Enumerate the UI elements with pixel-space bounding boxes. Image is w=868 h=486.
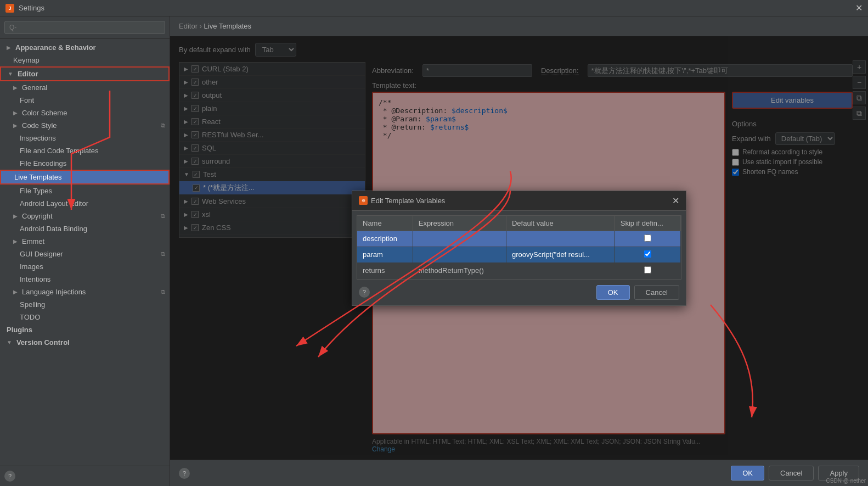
col-default-value: Default value — [506, 216, 615, 231]
variables-table: Name Expression Default value Skip if de… — [357, 216, 681, 279]
sidebar-item-label: Editor — [18, 70, 38, 78]
skip-checkbox[interactable] — [644, 250, 651, 258]
sidebar-item-font[interactable]: Font — [0, 94, 170, 107]
sidebar-item-label: Language Injections — [22, 288, 86, 296]
close-button[interactable]: ✕ — [855, 3, 863, 13]
sidebar-content: ▶ Appearance & Behavior Keymap ▼ Editor … — [0, 39, 170, 466]
breadcrumb-path: Editor — [179, 22, 198, 30]
sidebar-item-label: Emmet — [22, 237, 44, 245]
sidebar-item-keymap[interactable]: Keymap — [0, 54, 170, 66]
sidebar-item-label: Version Control — [16, 338, 70, 347]
sidebar-item-android-data-binding[interactable]: Android Data Binding — [0, 222, 170, 235]
dialog-ok-button[interactable]: OK — [596, 285, 630, 300]
sidebar-item-label: File and Code Templates — [20, 147, 99, 155]
sidebar-item-label: GUI Designer — [20, 250, 63, 258]
sidebar-item-language-injections[interactable]: ▶ Language Injections ⧉ — [0, 286, 170, 298]
sidebar-item-file-types[interactable]: File Types — [0, 185, 170, 197]
sidebar-item-label: TODO — [20, 313, 40, 321]
sidebar-item-label: General — [22, 83, 47, 92]
sidebar-item-emmet[interactable]: ▶ Emmet — [0, 235, 170, 248]
sidebar-item-color-scheme[interactable]: ▶ Color Scheme — [0, 107, 170, 119]
sidebar-item-file-code-templates[interactable]: File and Code Templates — [0, 144, 170, 157]
sidebar-item-inspections[interactable]: Inspections — [0, 132, 170, 144]
cell-skip — [615, 262, 680, 278]
col-name: Name — [357, 216, 413, 231]
sidebar-item-label: Copyright — [22, 212, 53, 220]
sidebar-item-appearance[interactable]: ▶ Appearance & Behavior — [0, 41, 170, 54]
sidebar-item-label: Font — [20, 96, 34, 104]
arrow-icon: ▶ — [13, 85, 18, 91]
settings-cancel-button[interactable]: Cancel — [769, 466, 814, 481]
title-bar: J Settings ✕ — [0, 0, 868, 16]
breadcrumb: Editor › Live Templates — [170, 16, 868, 36]
dialog-title-bar: ⚙ Edit Template Variables ✕ — [352, 191, 686, 211]
sidebar-item-label: Inspections — [20, 134, 56, 142]
cell-expression — [413, 247, 506, 262]
sidebar-item-label: Color Scheme — [22, 109, 67, 117]
copy-icon4: ⧉ — [161, 288, 165, 295]
sidebar-item-plugins[interactable]: Plugins — [0, 323, 170, 336]
copy-icon3: ⧉ — [161, 250, 165, 258]
dialog-footer: ? OK Cancel — [352, 280, 686, 305]
cell-default: groovyScript("def resul... — [506, 247, 615, 262]
settings-ok-button[interactable]: OK — [731, 466, 764, 481]
settings-help-button[interactable]: ? — [179, 468, 190, 479]
dialog-icon: ⚙ — [359, 196, 368, 205]
dialog-title-text: Edit Template Variables — [371, 197, 445, 205]
sidebar-item-label: Plugins — [7, 326, 32, 334]
search-input[interactable] — [4, 21, 165, 34]
sidebar-item-spelling[interactable]: Spelling — [0, 298, 170, 311]
sidebar-item-general[interactable]: ▶ General — [0, 81, 170, 94]
sidebar-item-version-control[interactable]: ▼ Version Control — [0, 336, 170, 349]
arrow-icon: ▶ — [13, 213, 18, 219]
sidebar-item-label: Intentions — [20, 275, 50, 283]
table-row[interactable]: param groovyScript("def resul... — [357, 247, 681, 262]
cell-expression: methodReturnType() — [413, 262, 506, 278]
sidebar-item-editor[interactable]: ▼ Editor — [0, 66, 170, 81]
app-icon: J — [5, 4, 14, 13]
cell-name: returns — [357, 262, 413, 278]
sidebar-help-button[interactable]: ? — [4, 471, 15, 482]
skip-checkbox[interactable] — [644, 234, 651, 242]
sidebar-item-file-encodings[interactable]: File Encodings — [0, 157, 170, 170]
arrow-icon: ▶ — [7, 44, 11, 51]
live-templates-content: By default expand with Tab Enter Space +… — [170, 36, 868, 460]
sidebar: ▶ Appearance & Behavior Keymap ▼ Editor … — [0, 16, 170, 486]
sidebar-bottom: ? — [0, 466, 170, 486]
sidebar-item-android-layout-editor[interactable]: Android Layout Editor — [0, 197, 170, 210]
sidebar-item-label: Keymap — [13, 56, 40, 64]
dialog-help-button[interactable]: ? — [359, 287, 370, 298]
sidebar-item-label: Images — [20, 262, 43, 271]
cell-skip — [615, 247, 680, 262]
sidebar-item-todo[interactable]: TODO — [0, 311, 170, 323]
dialog-overlay: ⚙ Edit Template Variables ✕ Name Ex — [170, 36, 868, 460]
main-layout: ▶ Appearance & Behavior Keymap ▼ Editor … — [0, 16, 868, 486]
sidebar-item-intentions[interactable]: Intentions — [0, 273, 170, 286]
table-row[interactable]: description — [357, 231, 681, 247]
watermark: CSDN @ nether — [826, 478, 866, 484]
dialog-cancel-button[interactable]: Cancel — [634, 285, 679, 300]
sidebar-item-gui-designer[interactable]: GUI Designer ⧉ — [0, 248, 170, 260]
copy-icon2: ⧉ — [161, 213, 165, 220]
dialog-body: Name Expression Default value Skip if de… — [352, 215, 686, 280]
sidebar-item-label: File Types — [20, 187, 52, 195]
col-skip: Skip if defin... — [615, 216, 680, 231]
sidebar-item-images[interactable]: Images — [0, 260, 170, 273]
table-row[interactable]: returns methodReturnType() — [357, 262, 681, 278]
bottom-bar: ? OK Cancel Apply — [170, 460, 868, 486]
dialog-table-wrapper: Name Expression Default value Skip if de… — [357, 215, 681, 280]
skip-checkbox[interactable] — [644, 266, 651, 273]
content-area: Editor › Live Templates By default expan… — [170, 16, 868, 486]
sidebar-item-label: Spelling — [20, 300, 45, 309]
dialog-close-button[interactable]: ✕ — [672, 195, 679, 206]
arrow-icon: ▶ — [13, 238, 18, 244]
sidebar-item-code-style[interactable]: ▶ Code Style ⧉ — [0, 119, 170, 132]
cell-name: param — [357, 247, 413, 262]
arrow-icon: ▼ — [7, 339, 12, 345]
arrow-icon: ▶ — [13, 122, 18, 129]
sidebar-item-copyright[interactable]: ▶ Copyright ⧉ — [0, 210, 170, 222]
sidebar-item-label: Android Data Binding — [20, 225, 87, 233]
copy-icon: ⧉ — [161, 122, 165, 129]
sidebar-item-live-templates[interactable]: Live Templates — [0, 170, 170, 185]
cell-skip — [615, 231, 680, 247]
